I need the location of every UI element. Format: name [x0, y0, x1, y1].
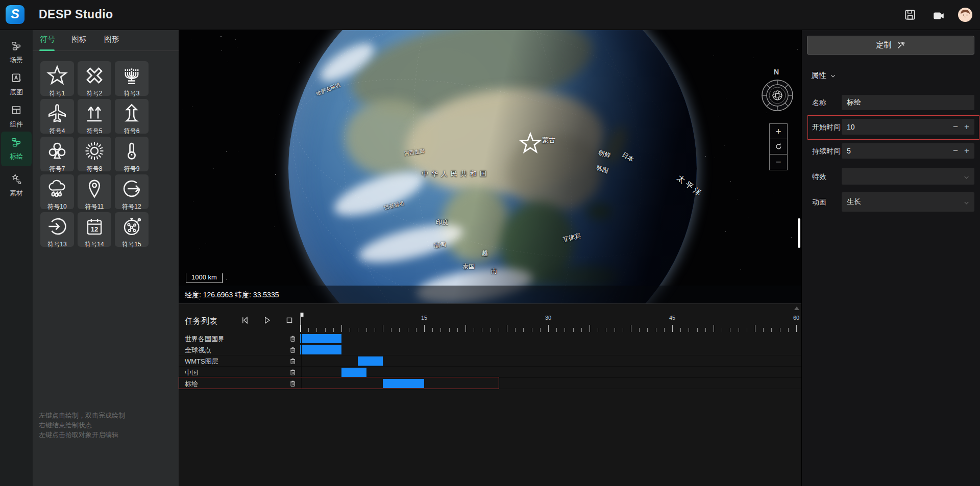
zoom-out-button[interactable]: − [770, 155, 787, 170]
increment-button[interactable]: + [964, 122, 969, 131]
star-dot [670, 64, 670, 65]
symbol-tile-plane[interactable]: 符号4 [40, 99, 74, 134]
star-dot [275, 174, 276, 175]
symbol-tile-stopwatch-net[interactable]: 符号15 [115, 212, 149, 247]
compass-control[interactable] [761, 79, 794, 112]
sidebar-item-assets[interactable]: 素材 [1, 170, 32, 201]
timeline-scroll-up-arrow[interactable] [794, 306, 799, 310]
map-viewport[interactable]: 蒙古中华人民共和国印度缅甸泰国越南菲律宾朝鲜韩国日本太平洋哈萨克斯坦巴基斯坦河西… [179, 30, 801, 303]
star-dot [719, 116, 719, 117]
zoom-in-button[interactable]: + [770, 124, 787, 139]
star-dot [721, 90, 721, 90]
symbol-tile-location-pin[interactable]: 符号11 [78, 174, 111, 209]
sidebar-item-label: 素材 [10, 189, 23, 198]
ruler-tick [647, 328, 648, 332]
symbol-tile-club[interactable]: 符号7 [40, 137, 74, 171]
symbol-label: 符号13 [47, 240, 66, 249]
delete-task-icon[interactable] [289, 346, 297, 354]
symbol-tile-menorah[interactable]: 符号3 [115, 61, 149, 96]
thermometer-icon [121, 140, 142, 164]
task-gantt-bar[interactable] [341, 368, 366, 377]
star-dot [222, 50, 222, 51]
ruler-label: 30 [545, 315, 551, 321]
increment-button[interactable]: + [964, 146, 969, 155]
symbol-tile-arrows-up-two[interactable]: 符号5 [78, 99, 111, 134]
star-dot [200, 248, 200, 248]
star-dot [726, 98, 726, 98]
ruler-tick [523, 328, 524, 332]
symbol-tile-calendar-12[interactable]: 12符号14 [78, 212, 111, 247]
symbol-tile-sun[interactable]: 符号8 [78, 137, 111, 171]
sidebar-item-scene[interactable]: 场景 [1, 37, 32, 68]
ruler-tick [548, 325, 549, 332]
star-dot [714, 56, 714, 56]
selected-row-highlight [179, 377, 499, 389]
customize-button[interactable]: 定制 [807, 36, 974, 55]
symbol-label: 符号10 [47, 202, 66, 211]
chevron-down-icon[interactable] [963, 199, 970, 208]
field-label-2: 开始时间 [812, 123, 841, 132]
star-dot [770, 185, 770, 185]
chevron-down-icon[interactable] [963, 173, 970, 183]
plot-star-marker[interactable] [519, 132, 542, 155]
field-input-4[interactable] [842, 168, 974, 185]
ruler-tick [631, 325, 631, 332]
ruler-tick [656, 328, 656, 332]
symbol-tabs: 符号图标图形 [33, 30, 179, 51]
ruler-tick [424, 325, 425, 332]
reset-view-button[interactable] [770, 139, 787, 155]
decrement-button[interactable]: − [953, 122, 958, 131]
arrow-up-big-icon [121, 103, 142, 126]
ruler-tick [714, 325, 714, 332]
earth-globe[interactable] [288, 30, 697, 303]
decrement-button[interactable]: − [953, 146, 958, 155]
user-avatar[interactable] [958, 8, 972, 22]
symbol-tile-arrow-up-big[interactable]: 符号6 [115, 99, 149, 134]
field-label-4: 特效 [812, 172, 826, 182]
cross-x-icon [84, 65, 105, 88]
save-icon[interactable] [903, 8, 917, 21]
symbol-tile-star[interactable]: 符号1 [40, 61, 74, 96]
tab-3[interactable]: 图形 [104, 35, 119, 44]
field-input-1[interactable]: 标绘 [842, 95, 974, 110]
ruler-tick [590, 325, 590, 332]
symbol-tile-rain-cloud[interactable]: 符号10 [40, 174, 74, 209]
properties-panel: 定制 属性 名称标绘开始时间10−+持续时间5−+特效动画生长 [801, 30, 980, 486]
symbol-label: 符号14 [85, 240, 104, 249]
map-label: 印度 [436, 218, 448, 227]
tab-1[interactable]: 符号 [40, 35, 55, 44]
ruler-label: 15 [421, 315, 427, 321]
tab-2[interactable]: 图标 [71, 35, 87, 44]
symbol-tile-arrow-into-circle[interactable]: 符号13 [40, 212, 74, 247]
delete-task-icon[interactable] [289, 368, 297, 376]
symbol-label: 符号7 [50, 165, 65, 173]
task-row-2[interactable]: 全球视点 [179, 344, 801, 355]
task-row-1[interactable]: 世界各国国界 [179, 333, 801, 344]
ruler-tick [730, 328, 730, 332]
task-gantt-bar[interactable] [300, 334, 341, 343]
task-row-3[interactable]: WMTS图层 [179, 355, 801, 367]
task-gantt-bar[interactable] [358, 356, 383, 366]
sidebar-item-components[interactable]: 组件 [1, 101, 32, 133]
task-gantt-bar[interactable] [300, 345, 341, 354]
star-dot [300, 62, 300, 63]
sidebar-item-basemap[interactable]: 底图 [1, 69, 32, 100]
ruler-tick [383, 325, 383, 332]
viewport-scrollbar-thumb[interactable] [798, 218, 800, 248]
field-input-5[interactable]: 生长 [842, 192, 974, 212]
sidebar-item-plot[interactable]: 标绘 [1, 132, 32, 166]
symbol-tile-cross-x[interactable]: 符号2 [78, 61, 111, 96]
ruler-tick [623, 328, 623, 332]
delete-task-icon[interactable] [289, 357, 297, 365]
task-row-4[interactable]: 中国 [179, 367, 801, 378]
symbol-tile-thermometer[interactable]: 符号9 [115, 137, 149, 171]
symbol-tile-circle-arrow-right[interactable]: 符号12 [115, 174, 149, 209]
delete-task-icon[interactable] [289, 335, 297, 343]
playhead-marker[interactable] [300, 312, 304, 332]
ruler-label: 45 [669, 315, 675, 321]
ruler-tick [366, 328, 367, 332]
app-logo[interactable]: S [6, 5, 24, 24]
properties-section-header[interactable]: 属性 [811, 71, 836, 81]
timeline-ruler[interactable]: 15304560 [179, 304, 801, 333]
record-video-icon[interactable] [932, 9, 945, 22]
